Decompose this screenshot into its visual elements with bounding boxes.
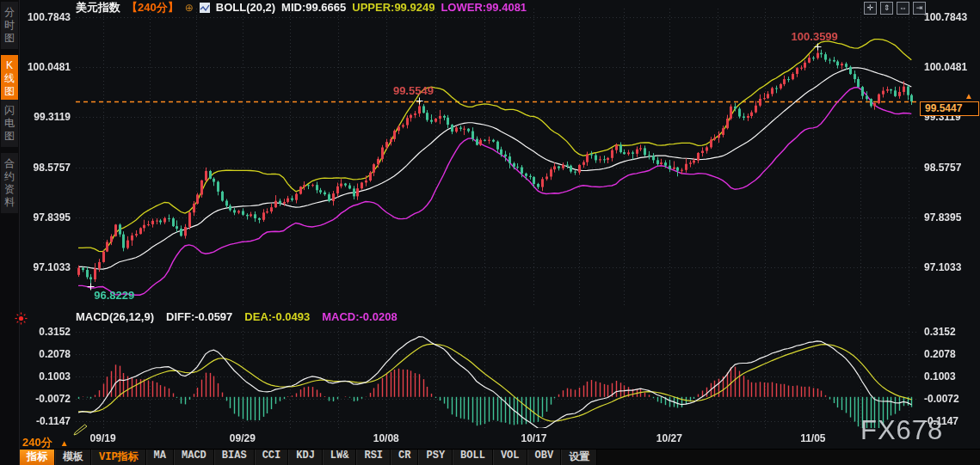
macd-diff-value: DIFF:-0.0597 [166, 310, 232, 323]
price-axis-label: 97.1033 [21, 261, 71, 273]
chart-title-bar: 美元指数 【240分】 ⊕ BOLL(20,2) MID:99.6665 UPP… [76, 1, 527, 14]
toolbar-button-MACD[interactable]: MACD [174, 450, 214, 465]
macd-axis-label: 0.3152 [21, 326, 71, 338]
price-extreme-annotation: 99.5549 [393, 84, 434, 97]
toolbar-button-VIPxx[interactable]: VIP指标 [91, 450, 146, 465]
sidebar-tab-4[interactable]: 合 约 资 料 [1, 153, 18, 213]
toolbar-button-CR[interactable]: CR [391, 450, 418, 465]
toolbar-button-xx[interactable]: 模板 [55, 450, 91, 465]
toolbar-button-RSI[interactable]: RSI [356, 450, 391, 465]
app-window: 美元指数 【240分】 ⊕ BOLL(20,2) MID:99.6665 UPP… [0, 0, 980, 465]
price-axis-label: 97.1033 [924, 261, 977, 273]
watermark: FX678 [860, 415, 943, 446]
indicator-toolbar: 指标模板VIP指标MAMACDBIASCCIKDJLW&RSICRPSYBOLL… [19, 449, 980, 465]
toolbar-button-CCI[interactable]: CCI [255, 450, 289, 465]
period-label[interactable]: 【240分】 [126, 0, 179, 15]
sidebar: 分 时 图K 线 图闪 电 图合 约 资 料 [0, 0, 20, 465]
boll-lower-value: LOWER:99.4081 [441, 1, 527, 14]
price-axis-label: 97.8395 [21, 211, 71, 223]
circle-plus-icon[interactable]: ⊕ [185, 2, 194, 14]
price-axis-label: 97.8395 [924, 211, 977, 223]
vertical-scale-icon[interactable]: ⇕ [880, 2, 893, 15]
pencil-draw-cursor-icon [72, 424, 89, 437]
xaxis-date-label: 10/17 [514, 432, 553, 444]
price-axis-label: 99.3119 [21, 111, 71, 123]
toolbar-button-VOL[interactable]: VOL [493, 450, 527, 465]
toolbar-button-xx[interactable]: 设置 [561, 450, 597, 465]
price-extreme-annotation: 96.8229 [94, 289, 134, 302]
macd-axis-label: -0.0072 [21, 393, 71, 405]
kline-chart-icon[interactable] [200, 3, 210, 13]
toolbar-button-LWx[interactable]: LW& [323, 450, 357, 465]
current-price-box: 99.5447 [920, 101, 979, 116]
macd-dea-value: DEA:-0.0493 [244, 310, 310, 323]
toolbar-button-MA[interactable]: MA [146, 450, 174, 465]
crosshair-icon[interactable]: ✛ [864, 2, 877, 15]
macd-hist-value: MACD:-0.0208 [322, 310, 397, 323]
price-axis-label: 100.7843 [924, 11, 977, 23]
chart-canvas[interactable] [0, 0, 980, 465]
sidebar-tab-3[interactable]: 闪 电 图 [1, 100, 18, 147]
sidebar-tab-1[interactable]: 分 时 图 [1, 2, 18, 49]
period-up-arrow-icon[interactable]: ▲ [60, 438, 69, 448]
price-axis-label: 98.5757 [21, 162, 71, 174]
macd-indicator-label[interactable]: MACD(26,12,9) [76, 310, 154, 323]
alarm-icon[interactable] [15, 312, 28, 325]
macd-axis-label: 0.1003 [924, 370, 977, 382]
price-axis-label: 98.5757 [924, 162, 977, 174]
toolbar-button-BIAS[interactable]: BIAS [214, 450, 255, 465]
xaxis-date-label: 10/08 [367, 432, 406, 444]
price-axis-label: 100.7843 [21, 11, 71, 23]
price-axis-label: 100.0481 [21, 61, 71, 73]
macd-axis-label: 0.1003 [21, 370, 71, 382]
symbol-name: 美元指数 [76, 0, 120, 15]
price-marker-arrow-icon: ▲ [965, 92, 973, 101]
price-extreme-annotation: 100.3599 [792, 30, 838, 43]
macd-axis-label: 0.3152 [924, 326, 977, 338]
xaxis-date-label: 09/29 [223, 432, 262, 444]
pan-right-icon[interactable]: ⇥ [913, 2, 926, 15]
price-axis-label: 100.0481 [924, 61, 977, 73]
boll-upper-value: UPPER:99.9249 [352, 1, 435, 14]
boll-mid-value: MID:99.6665 [281, 1, 346, 14]
toolbar-button-PSY[interactable]: PSY [418, 450, 453, 465]
toolbar-button-BOLL[interactable]: BOLL [453, 450, 493, 465]
macd-axis-label: -0.0072 [924, 393, 977, 405]
xaxis-date-label: 11/05 [793, 432, 833, 444]
horizontal-scale-icon[interactable]: ⇔ [897, 2, 909, 15]
chart-tool-icons: ✛⇕⇔⇥ [864, 2, 926, 15]
toolbar-button-KDJ[interactable]: KDJ [288, 450, 323, 465]
toolbar-button-xx[interactable]: 指标 [19, 450, 55, 465]
macd-axis-label: 0.2078 [21, 348, 71, 360]
macd-axis-label: -0.1147 [21, 415, 71, 427]
toolbar-button-OBV[interactable]: OBV [527, 450, 562, 465]
xaxis-date-label: 10/27 [650, 432, 689, 444]
boll-indicator-label[interactable]: BOLL(20,2) [216, 1, 275, 14]
macd-axis-label: 0.2078 [924, 348, 977, 360]
sidebar-tab-2[interactable]: K 线 图 [1, 55, 18, 102]
macd-header: MACD(26,12,9) DIFF:-0.0597 DEA:-0.0493 M… [76, 310, 398, 323]
